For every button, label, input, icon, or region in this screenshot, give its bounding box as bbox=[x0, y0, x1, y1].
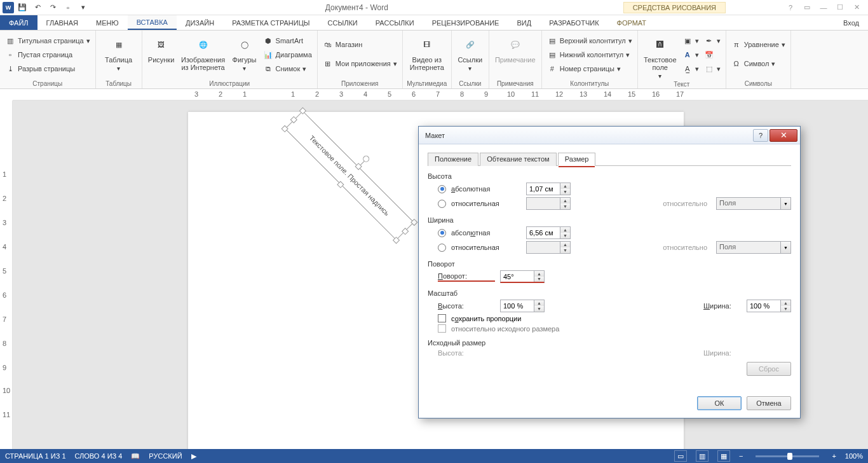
new-doc-icon[interactable]: ▫ bbox=[61, 1, 75, 15]
tab-position[interactable]: Положение bbox=[428, 153, 478, 166]
textbox-button[interactable]: 🅰Текстовое поле▾ bbox=[642, 32, 679, 79]
help-icon[interactable]: ? bbox=[783, 1, 798, 14]
spin-up-icon[interactable]: ▲ bbox=[534, 271, 544, 277]
tab-menu[interactable]: Меню bbox=[87, 15, 128, 30]
width-absolute-radio[interactable] bbox=[438, 229, 446, 237]
language-indicator[interactable]: РУССКИЙ bbox=[149, 452, 182, 460]
scale-height-spinner[interactable]: ▲▼ bbox=[500, 300, 545, 312]
print-layout-icon[interactable]: ▥ bbox=[696, 450, 709, 462]
symbol-button[interactable]: ΩСимвол ▾ bbox=[730, 57, 787, 70]
ribbon-display-icon[interactable]: ▭ bbox=[799, 1, 815, 14]
links-button[interactable]: 🔗Ссылки▾ bbox=[456, 32, 485, 72]
store-button[interactable]: 🛍Магазин bbox=[322, 38, 398, 51]
spin-down-icon[interactable]: ▼ bbox=[534, 306, 544, 312]
quick-parts-button[interactable]: ▣▾ bbox=[681, 34, 700, 47]
textbox-content[interactable]: Текстовое поле. Простая надпись bbox=[285, 111, 414, 240]
blank-page-button[interactable]: ▫Пустая страница bbox=[4, 48, 92, 61]
chart-button[interactable]: 📊Диаграмма bbox=[262, 48, 313, 61]
page-number-button[interactable]: #Номер страницы ▾ bbox=[546, 62, 634, 75]
scale-height-input[interactable] bbox=[501, 300, 534, 312]
tab-page-layout[interactable]: РАЗМЕТКА СТРАНИЦЫ bbox=[223, 15, 318, 30]
height-absolute-radio[interactable] bbox=[438, 185, 446, 193]
tab-references[interactable]: ССЫЛКИ bbox=[319, 15, 367, 30]
minimize-icon[interactable]: — bbox=[816, 1, 831, 14]
zoom-slider[interactable] bbox=[756, 455, 819, 457]
qat-more-icon[interactable]: ▾ bbox=[76, 1, 90, 15]
spin-down-icon[interactable]: ▼ bbox=[534, 277, 544, 282]
save-icon[interactable]: 💾 bbox=[15, 1, 29, 15]
tab-file[interactable]: ФАЙЛ bbox=[0, 15, 37, 30]
tab-home[interactable]: ГЛАВНАЯ bbox=[37, 15, 87, 30]
macro-icon[interactable]: ▶ bbox=[191, 452, 196, 460]
pictures-button[interactable]: 🖼Рисунки bbox=[146, 32, 177, 64]
spin-down-icon[interactable]: ▼ bbox=[560, 233, 570, 238]
height-absolute-input[interactable] bbox=[527, 183, 560, 195]
zoom-level[interactable]: 100% bbox=[845, 452, 863, 460]
tab-text-wrapping[interactable]: Обтекание текстом bbox=[480, 153, 557, 166]
ok-button[interactable]: ОК bbox=[697, 396, 742, 410]
tab-design[interactable]: ДИЗАЙН bbox=[177, 15, 223, 30]
tab-size[interactable]: Размер bbox=[558, 153, 596, 166]
spin-up-icon[interactable]: ▲ bbox=[781, 300, 790, 306]
zoom-out-button[interactable]: − bbox=[739, 452, 743, 460]
wordart-button[interactable]: A▾ bbox=[681, 48, 700, 61]
tab-insert[interactable]: ВСТАВКА bbox=[128, 15, 177, 30]
tab-view[interactable]: ВИД bbox=[508, 15, 540, 30]
table-button[interactable]: ▦Таблица▾ bbox=[100, 32, 138, 72]
spin-up-icon[interactable]: ▲ bbox=[560, 183, 570, 189]
reading-view-icon[interactable]: ▭ bbox=[674, 450, 687, 462]
page-number-label: Номер страницы bbox=[560, 65, 614, 73]
dialog-titlebar[interactable]: Макет ? ✕ bbox=[419, 127, 800, 144]
height-relative-radio[interactable] bbox=[438, 200, 446, 208]
tab-mailings[interactable]: РАССЫЛКИ bbox=[367, 15, 423, 30]
textbox-shape[interactable]: Текстовое поле. Простая надпись bbox=[285, 111, 414, 240]
cancel-button[interactable]: Отмена bbox=[747, 396, 791, 410]
undo-icon[interactable]: ↶ bbox=[31, 1, 44, 15]
lock-aspect-checkbox[interactable] bbox=[438, 314, 446, 322]
equation-button[interactable]: πУравнение ▾ bbox=[730, 38, 787, 51]
rotation-spinner[interactable]: ▲▼ bbox=[500, 270, 545, 283]
page-break-button[interactable]: ⤓Разрыв страницы bbox=[4, 62, 92, 75]
horizontal-ruler[interactable]: 321 123 456 789 101112 131415 1617 bbox=[13, 89, 868, 100]
dialog-help-button[interactable]: ? bbox=[753, 129, 768, 142]
screenshot-button[interactable]: ⧉Снимок ▾ bbox=[262, 62, 313, 75]
close-window-icon[interactable]: ✕ bbox=[849, 1, 864, 14]
vertical-ruler[interactable]: 12 34 56 78 910 11 bbox=[0, 100, 13, 449]
word-count[interactable]: СЛОВО 4 ИЗ 4 bbox=[75, 452, 123, 460]
web-layout-icon[interactable]: ▦ bbox=[717, 450, 730, 462]
smartart-button[interactable]: ⬢SmartArt bbox=[262, 34, 313, 47]
spellcheck-icon[interactable]: 📖 bbox=[131, 452, 140, 460]
width-absolute-input[interactable] bbox=[527, 227, 560, 238]
tab-review[interactable]: РЕЦЕНЗИРОВАНИЕ bbox=[423, 15, 508, 30]
width-relative-radio[interactable] bbox=[438, 244, 446, 252]
rotation-input[interactable] bbox=[501, 271, 534, 282]
date-time-button[interactable]: 📅 bbox=[703, 48, 722, 61]
cover-page-button[interactable]: ▥Титульная страница ▾ bbox=[4, 34, 92, 47]
sign-in-link[interactable]: Вход bbox=[834, 15, 868, 30]
shapes-button[interactable]: ◯Фигуры▾ bbox=[230, 32, 259, 72]
spin-up-icon[interactable]: ▲ bbox=[534, 300, 544, 306]
width-absolute-spinner[interactable]: ▲▼ bbox=[526, 226, 571, 239]
object-button[interactable]: ⬚▾ bbox=[703, 62, 722, 75]
scale-width-input[interactable] bbox=[747, 300, 780, 312]
spin-down-icon[interactable]: ▼ bbox=[560, 189, 570, 195]
my-apps-button[interactable]: ⊞Мои приложения ▾ bbox=[322, 57, 398, 70]
comment-button[interactable]: 💬Примечание bbox=[493, 32, 538, 64]
signature-line-button[interactable]: ✒▾ bbox=[703, 34, 722, 47]
tab-format[interactable]: ФОРМАТ bbox=[608, 15, 656, 30]
spin-down-icon[interactable]: ▼ bbox=[781, 306, 790, 312]
online-video-button[interactable]: 🎞Видео из Интернета bbox=[407, 32, 447, 71]
dialog-close-button[interactable]: ✕ bbox=[770, 129, 797, 142]
redo-icon[interactable]: ↷ bbox=[46, 1, 60, 15]
footer-button[interactable]: ▤Нижний колонтитул ▾ bbox=[546, 48, 634, 61]
maximize-icon[interactable]: ☐ bbox=[832, 1, 848, 14]
zoom-in-button[interactable]: + bbox=[832, 452, 836, 460]
spin-up-icon[interactable]: ▲ bbox=[560, 227, 570, 233]
drop-cap-button[interactable]: A̲▾ bbox=[681, 62, 700, 75]
height-absolute-spinner[interactable]: ▲▼ bbox=[526, 183, 571, 195]
online-pictures-button[interactable]: 🌐Изображения из Интернета bbox=[179, 32, 227, 71]
scale-width-spinner[interactable]: ▲▼ bbox=[747, 300, 791, 312]
page-indicator[interactable]: СТРАНИЦА 1 ИЗ 1 bbox=[5, 452, 66, 460]
tab-developer[interactable]: РАЗРАБОТЧИК bbox=[540, 15, 607, 30]
header-button[interactable]: ▤Верхний колонтитул ▾ bbox=[546, 34, 634, 47]
